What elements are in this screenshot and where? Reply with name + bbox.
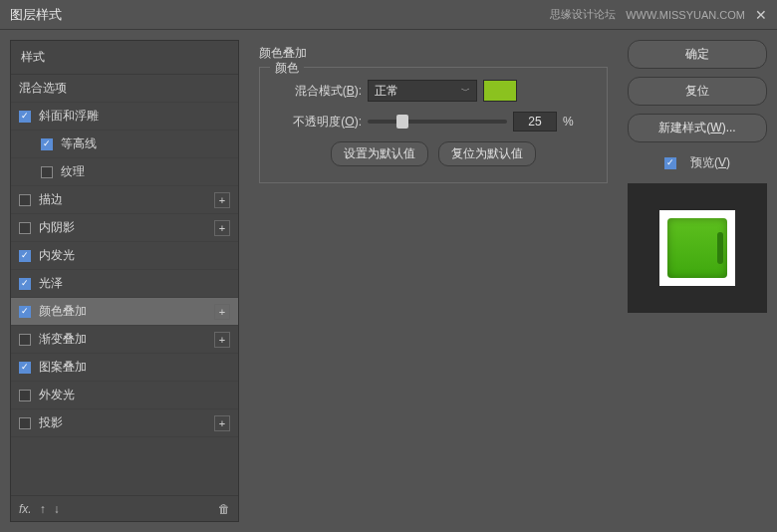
set-default-button[interactable]: 设置为默认值 <box>331 141 428 166</box>
style-checkbox[interactable] <box>19 111 31 123</box>
blend-mode-label: 混合模式(B): <box>274 83 362 100</box>
ok-button[interactable]: 确定 <box>628 40 767 69</box>
style-checkbox[interactable] <box>19 334 31 346</box>
styles-list: 混合选项 斜面和浮雕等高线纹理描边+内阴影+内发光光泽颜色叠加+渐变叠加+图案叠… <box>11 75 238 495</box>
dialog-title: 图层样式 <box>10 6 62 24</box>
arrow-down-icon[interactable]: ↓ <box>54 502 60 516</box>
style-item[interactable]: 光泽 <box>11 270 238 298</box>
color-swatch[interactable] <box>483 80 517 102</box>
style-item[interactable]: 内阴影+ <box>11 214 238 242</box>
action-panel: 确定 复位 新建样式(W)... 预览(V) <box>628 40 767 522</box>
opacity-row: 不透明度(O): % <box>274 112 593 132</box>
style-checkbox[interactable] <box>19 250 31 262</box>
style-item[interactable]: 图案叠加 <box>11 354 238 382</box>
style-item-label: 颜色叠加 <box>39 303 214 320</box>
reset-button[interactable]: 复位 <box>628 77 767 106</box>
style-item-label: 光泽 <box>39 275 230 292</box>
dialog-body: 样式 混合选项 斜面和浮雕等高线纹理描边+内阴影+内发光光泽颜色叠加+渐变叠加+… <box>0 30 777 532</box>
plus-icon[interactable]: + <box>214 220 230 236</box>
style-item[interactable]: 等高线 <box>11 131 238 158</box>
style-item-label: 纹理 <box>61 163 230 180</box>
titlebar-right: 思缘设计论坛 WWW.MISSYUAN.COM ✕ <box>550 7 767 23</box>
opacity-slider[interactable] <box>368 120 507 124</box>
preview-glyph <box>667 218 727 278</box>
plus-icon[interactable]: + <box>214 332 230 348</box>
group-legend: 颜色 <box>270 60 304 77</box>
plus-icon[interactable]: + <box>214 415 230 431</box>
style-checkbox[interactable] <box>19 306 31 318</box>
blend-mode-value: 正常 <box>375 83 398 100</box>
default-buttons: 设置为默认值 复位为默认值 <box>274 141 593 166</box>
settings-panel: 颜色叠加 颜色 混合模式(B): 正常 ﹀ 不透明度(O): <box>249 40 618 522</box>
blend-options-item[interactable]: 混合选项 <box>11 75 238 103</box>
style-checkbox[interactable] <box>19 222 31 234</box>
preview-label: 预览(V) <box>690 154 730 171</box>
preview-box <box>628 183 767 313</box>
style-item-label: 投影 <box>39 414 214 431</box>
style-item[interactable]: 内发光 <box>11 242 238 270</box>
style-item[interactable]: 投影+ <box>11 409 238 437</box>
fx-icon[interactable]: fx. <box>19 502 32 516</box>
plus-icon[interactable]: + <box>214 192 230 208</box>
brand-url: WWW.MISSYUAN.COM <box>626 9 745 21</box>
opacity-input[interactable] <box>513 112 557 132</box>
style-item[interactable]: 斜面和浮雕 <box>11 103 238 131</box>
blend-mode-select[interactable]: 正常 ﹀ <box>368 80 477 102</box>
style-item[interactable]: 纹理 <box>11 158 238 186</box>
style-checkbox[interactable] <box>41 166 53 178</box>
style-checkbox[interactable] <box>19 417 31 429</box>
style-checkbox[interactable] <box>19 390 31 401</box>
style-item[interactable]: 颜色叠加+ <box>11 298 238 326</box>
styles-panel: 样式 混合选项 斜面和浮雕等高线纹理描边+内阴影+内发光光泽颜色叠加+渐变叠加+… <box>10 40 239 522</box>
preview-inner <box>659 210 735 286</box>
chevron-down-icon: ﹀ <box>461 85 470 98</box>
percent-label: % <box>563 115 574 129</box>
close-icon[interactable]: ✕ <box>755 7 767 23</box>
layer-style-dialog: 图层样式 思缘设计论坛 WWW.MISSYUAN.COM ✕ 样式 混合选项 斜… <box>0 0 777 532</box>
style-item-label: 渐变叠加 <box>39 331 214 348</box>
style-item-label: 内发光 <box>39 247 230 264</box>
style-item-label: 等高线 <box>61 135 230 152</box>
style-checkbox[interactable] <box>41 138 53 150</box>
style-item-label: 斜面和浮雕 <box>39 108 230 125</box>
opacity-label: 不透明度(O): <box>274 114 362 131</box>
section-title: 颜色叠加 <box>259 45 608 62</box>
titlebar: 图层样式 思缘设计论坛 WWW.MISSYUAN.COM ✕ <box>0 0 777 30</box>
styles-header: 样式 <box>11 41 238 75</box>
preview-toggle[interactable]: 预览(V) <box>628 154 767 171</box>
style-checkbox[interactable] <box>19 362 31 374</box>
blend-options-label: 混合选项 <box>19 80 230 97</box>
style-item[interactable]: 外发光 <box>11 382 238 409</box>
styles-footer: fx. ↑ ↓ 🗑 <box>11 495 238 521</box>
style-item[interactable]: 描边+ <box>11 186 238 214</box>
style-item-label: 外发光 <box>39 387 230 403</box>
style-item[interactable]: 渐变叠加+ <box>11 326 238 354</box>
style-item-label: 图案叠加 <box>39 359 230 376</box>
trash-icon[interactable]: 🗑 <box>218 502 230 516</box>
preview-checkbox[interactable] <box>664 157 676 169</box>
arrow-up-icon[interactable]: ↑ <box>40 502 46 516</box>
slider-thumb[interactable] <box>396 115 408 129</box>
style-checkbox[interactable] <box>19 194 31 206</box>
brand-text: 思缘设计论坛 <box>550 7 616 22</box>
color-group: 颜色 混合模式(B): 正常 ﹀ 不透明度(O): % <box>259 67 608 183</box>
style-checkbox[interactable] <box>19 278 31 290</box>
blend-mode-row: 混合模式(B): 正常 ﹀ <box>274 80 593 102</box>
plus-icon[interactable]: + <box>214 304 230 320</box>
style-item-label: 内阴影 <box>39 219 214 236</box>
reset-default-button[interactable]: 复位为默认值 <box>438 141 536 166</box>
new-style-button[interactable]: 新建样式(W)... <box>628 114 767 142</box>
style-item-label: 描边 <box>39 191 214 208</box>
